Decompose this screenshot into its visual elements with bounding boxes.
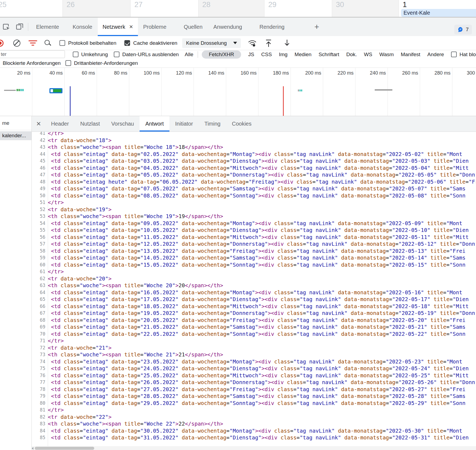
inspect-element-icon[interactable] [2,23,11,31]
search-icon[interactable] [44,40,51,47]
ruler-tick: 300 ms [452,68,476,116]
issues-badge[interactable]: 7 [454,25,472,34]
clear-icon[interactable] [13,40,20,47]
waterfall-dot [20,89,22,91]
code-line: 73<th class="woche"><span title="Woche 2… [32,351,476,358]
filter-type-manifest[interactable]: Manifest [401,52,420,58]
code-line: 61</tr> [32,268,476,275]
filter-type-wasm[interactable]: Wasm [379,52,394,58]
response-tab-header[interactable]: Header [45,116,75,132]
device-toolbar-icon[interactable] [15,23,24,31]
waterfall-bar [4,90,16,91]
devtools-tab-probleme[interactable]: Probleme [143,18,167,36]
code-text: <td class="eintag" data-tag="15.05.2022"… [48,261,476,269]
close-icon[interactable]: ✕ [36,120,45,127]
preserve-log-checkbox[interactable] [59,40,65,46]
third-party-checkbox[interactable] [65,60,71,66]
line-number: 48 [32,178,48,186]
devtools-tab-konsole[interactable]: Konsole [72,18,93,36]
record-button[interactable] [0,40,4,47]
filter-type-schriftart[interactable]: Schriftart [319,52,339,58]
filter-icon[interactable] [29,40,37,46]
invert-checkbox[interactable] [73,52,78,57]
name-column-header[interactable]: me [0,116,31,130]
code-line: 52<tr data-woche="19"> [32,206,476,213]
ruler-tick: 220 ms [323,68,355,116]
line-number: 41 [32,132,48,137]
code-line: 69 <td class="eintag" data-tag="21.05.20… [32,324,476,331]
filter-type-alle[interactable]: Alle [185,52,193,58]
devtools-tab-elemente[interactable]: Elemente [36,18,60,36]
code-text: <td class="eintag" data-tag="09.05.2022"… [48,220,476,227]
code-text: </tr> [48,337,476,344]
filter-type-dok-[interactable]: Dok. [346,52,357,58]
page-calendar-strip: 2526272829301Event-Kale [0,0,476,17]
code-text: <td class="eintag" data-tag="07.05.2022"… [48,185,476,192]
code-text: <td class="eintag" data-tag="16.05.2022"… [48,289,476,296]
tab-label: Probleme [143,24,166,30]
export-har-icon[interactable] [283,39,291,47]
code-line: 72<tr data-woche="21"> [32,344,476,352]
devtools-tab-quellen[interactable]: Quellen [183,18,203,36]
timeline-ruler: 20 ms40 ms60 ms80 ms100 ms120 ms140 ms16… [0,68,476,116]
code-text: <td class="eintag" data-tag="10.05.2022"… [48,227,476,234]
code-line: 68 <td class="eintag" data-tag="20.05.20… [32,317,476,324]
calendar-day-cell: 26 [62,0,130,17]
devtools-tab-netzwerk[interactable]: Netzwerk✕ [98,18,138,36]
code-text: <tr data-woche="22"> [48,414,476,421]
filter-type-fetch-xhr[interactable]: Fetch/XHR [202,50,241,59]
network-conditions-icon[interactable] [248,39,257,47]
ruler-tick: 20 ms [0,68,32,116]
line-number: 63 [32,282,48,289]
divider [198,51,198,58]
more-tabs-button[interactable]: + [314,22,319,31]
devtools-tab-anwendung[interactable]: Anwendung [213,18,243,36]
line-number: 62 [32,275,48,282]
horizontal-scrollbar[interactable] [32,446,476,450]
response-tab-timing[interactable]: Timing [199,116,226,132]
devtools-tab-rendering[interactable]: Rendering [259,18,285,36]
close-tab-icon[interactable]: ✕ [129,24,133,30]
filter-type-medien[interactable]: Medien [295,52,311,58]
selected-request-marker[interactable] [49,88,62,93]
disable-cache-checkbox[interactable] [124,40,130,46]
code-line: 43<th class="woche"><span title="Woche 1… [32,144,476,151]
load-event-marker [283,86,284,116]
line-number: 50 [32,192,48,199]
code-line: 59 <td class="eintag" data-tag="14.05.20… [32,254,476,261]
waterfall-dot [301,90,302,91]
code-text: <td class="eintag heute" data-tag="06.05… [48,178,476,186]
filter-type-ws[interactable]: WS [364,52,372,58]
scrollbar-thumb[interactable] [35,447,94,450]
code-line: 54 <td class="eintag" data-tag="09.05.20… [32,220,476,227]
filter-type-css[interactable]: CSS [261,52,272,58]
code-text: <td class="eintag" data-tag="23.05.2022"… [48,358,476,365]
line-number: 65 [32,296,48,303]
code-line: 70 <td class="eintag" data-tag="22.05.20… [32,331,476,338]
response-tab-antwort[interactable]: Antwort [140,116,169,132]
line-number: 59 [32,254,48,261]
filter-type-js[interactable]: JS [248,52,254,58]
response-tab-initiator[interactable]: Initiator [169,116,199,132]
ruler-tick: 200 ms [291,68,323,116]
filter-input[interactable]: ter [0,50,65,58]
hide-data-urls-checkbox[interactable] [114,52,119,57]
code-text: <tr data-woche="19"> [48,206,476,213]
detail-tabbar: ✕ HeaderNutzlastVorschauAntwortInitiator… [32,116,476,132]
code-text: <td class="eintag" data-tag="11.05.2022"… [48,234,476,241]
code-line: 67 <td class="eintag" data-tag="19.05.20… [32,310,476,317]
response-source-view[interactable]: 41</tr>42<tr data-woche="18">43<th class… [32,132,476,446]
code-text: <td class="eintag" data-tag="21.05.2022"… [48,324,476,331]
response-tab-cookies[interactable]: Cookies [226,116,257,132]
request-row-selected[interactable]: kalender... [0,131,31,140]
throttling-select[interactable]: Keine Drosselung [182,38,241,48]
calendar-event-pill[interactable]: Event-Kale [401,9,476,17]
import-har-icon[interactable] [265,39,272,47]
network-overview[interactable]: 20 ms40 ms60 ms80 ms100 ms120 ms140 ms16… [0,68,476,116]
response-tab-nutzlast[interactable]: Nutzlast [75,116,106,132]
has-blocked-cookies-checkbox[interactable] [451,52,457,57]
throttling-value: Keine Drosselung [186,40,227,46]
filter-type-andere[interactable]: Andere [427,52,444,58]
filter-type-img[interactable]: Img [279,52,288,58]
response-tab-vorschau[interactable]: Vorschau [106,116,140,132]
